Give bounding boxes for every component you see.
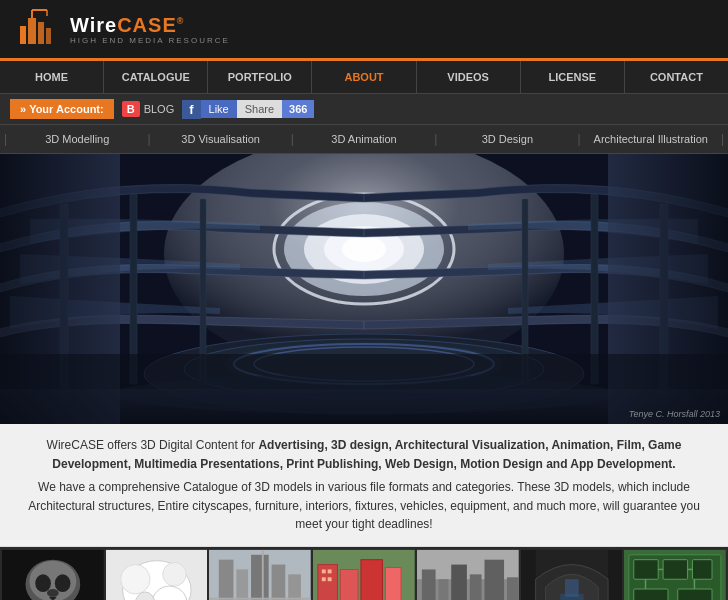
cat-item-3d-animation[interactable]: 3D Animation xyxy=(298,133,430,145)
svg-point-13 xyxy=(342,236,386,262)
hero-image: Tenye C. Horsfall 2013 xyxy=(0,154,728,424)
cat-sep-0: | xyxy=(0,132,11,146)
thumb-urban[interactable] xyxy=(417,549,519,600)
header: WireCASE® HIGH END MEDIA RESOURCE xyxy=(0,0,728,61)
thumb-circuit-board[interactable] xyxy=(624,549,726,600)
thumb-dark-arch[interactable] xyxy=(521,549,623,600)
cat-item-3d-design[interactable]: 3D Design xyxy=(441,133,573,145)
blog-button[interactable]: B BLOG xyxy=(122,101,175,117)
thumb-organic[interactable] xyxy=(106,549,208,600)
svg-rect-82 xyxy=(634,589,668,600)
svg-rect-2 xyxy=(38,22,44,44)
cat-sep-3: | xyxy=(430,132,441,146)
logo-icon xyxy=(12,8,62,50)
svg-rect-80 xyxy=(663,560,687,580)
svg-rect-81 xyxy=(693,560,713,580)
nav-item-contact[interactable]: CONTACT xyxy=(625,61,728,93)
svg-point-39 xyxy=(47,589,59,597)
svg-rect-83 xyxy=(678,589,712,600)
cat-sep-5: | xyxy=(717,132,728,146)
svg-rect-68 xyxy=(451,565,467,600)
svg-rect-62 xyxy=(322,577,326,581)
thumbnails-row xyxy=(0,547,728,600)
description-line1: WireCASE offers 3D Digital Content for A… xyxy=(18,436,710,473)
svg-rect-67 xyxy=(438,579,448,600)
logo-text: WireCASE® HIGH END MEDIA RESOURCE xyxy=(70,14,230,45)
cat-item-3d-modelling[interactable]: 3D Modelling xyxy=(11,133,143,145)
toolbar: » Your Account: B BLOG f Like Share 366 xyxy=(0,94,728,125)
nav-item-catalogue[interactable]: CATALOGUE xyxy=(104,61,208,93)
logo-main: WireCASE® xyxy=(70,14,230,36)
svg-point-33 xyxy=(35,574,51,592)
nav-item-home[interactable]: HOME xyxy=(0,61,104,93)
nav-item-license[interactable]: LICENSE xyxy=(521,61,625,93)
thumb-skull[interactable] xyxy=(2,549,104,600)
svg-rect-76 xyxy=(565,579,579,597)
svg-rect-56 xyxy=(318,565,338,600)
svg-rect-1 xyxy=(28,18,36,44)
account-label: Your Account: xyxy=(29,103,104,115)
share-button[interactable]: Share xyxy=(237,100,282,118)
svg-rect-63 xyxy=(328,577,332,581)
arrow-icon: » xyxy=(20,103,26,115)
facebook-like-area: f Like Share 366 xyxy=(182,100,314,119)
svg-rect-47 xyxy=(219,560,234,600)
description-section: WireCASE offers 3D Digital Content for A… xyxy=(0,424,728,547)
nav-item-videos[interactable]: VIDEOS xyxy=(417,61,521,93)
svg-rect-58 xyxy=(361,560,383,600)
cat-sep-4: | xyxy=(574,132,585,146)
svg-rect-59 xyxy=(386,567,402,600)
cat-sep-2: | xyxy=(287,132,298,146)
svg-rect-50 xyxy=(272,565,286,600)
like-button[interactable]: Like xyxy=(201,100,237,118)
hero-credit: Tenye C. Horsfall 2013 xyxy=(629,409,720,419)
svg-rect-0 xyxy=(20,26,26,44)
svg-rect-61 xyxy=(328,569,332,573)
svg-rect-57 xyxy=(341,569,359,600)
blogger-icon: B xyxy=(122,101,140,117)
nav-item-portfolio[interactable]: PORTFOLIO xyxy=(208,61,312,93)
svg-rect-48 xyxy=(237,569,249,600)
svg-rect-71 xyxy=(507,577,519,600)
svg-rect-70 xyxy=(484,560,504,600)
svg-rect-51 xyxy=(289,574,302,600)
logo-sub: HIGH END MEDIA RESOURCE xyxy=(70,36,230,45)
thumb-city-aerial[interactable] xyxy=(209,549,311,600)
svg-rect-69 xyxy=(470,574,482,600)
like-count-badge: 366 xyxy=(282,100,314,118)
svg-rect-3 xyxy=(46,28,51,44)
description-pre: WireCASE offers 3D Digital Content for xyxy=(47,438,259,452)
svg-point-42 xyxy=(120,565,149,594)
svg-rect-66 xyxy=(422,569,436,600)
cat-sep-1: | xyxy=(143,132,154,146)
description-line2: We have a comprehensive Catalogue of 3D … xyxy=(18,478,710,534)
categories-bar: | 3D Modelling | 3D Visualisation | 3D A… xyxy=(0,125,728,154)
main-nav: HOME CATALOGUE PORTFOLIO ABOUT VIDEOS LI… xyxy=(0,61,728,94)
svg-rect-49 xyxy=(251,555,269,600)
cat-item-3d-visualisation[interactable]: 3D Visualisation xyxy=(155,133,287,145)
your-account-button[interactable]: » Your Account: xyxy=(10,99,114,119)
cat-item-arch-illustration[interactable]: Architectural Illustration xyxy=(585,133,717,145)
svg-rect-60 xyxy=(322,569,326,573)
svg-point-34 xyxy=(55,574,71,592)
svg-rect-29 xyxy=(0,354,728,424)
thumb-red-buildings[interactable] xyxy=(313,549,415,600)
fb-f-icon: f xyxy=(182,100,200,119)
nav-item-about[interactable]: ABOUT xyxy=(312,61,416,93)
svg-point-43 xyxy=(162,563,185,586)
blog-label: BLOG xyxy=(144,103,175,115)
svg-rect-79 xyxy=(634,560,658,580)
